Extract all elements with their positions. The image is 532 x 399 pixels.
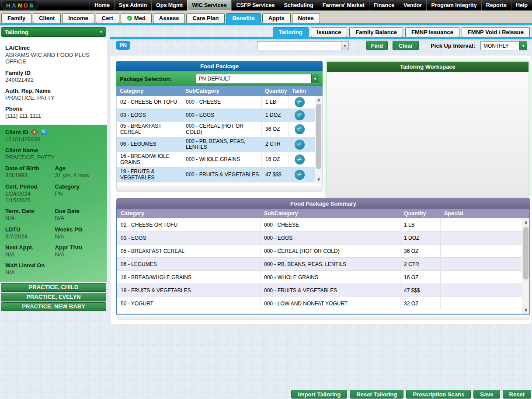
food-package-row[interactable]: 03 - EGGS 000 - EGGS 1 DOZ [117,109,315,122]
client-field-value: 1/24/2024 - 1/15/2025 [5,190,52,204]
cell-quantity: 1 DOZ [400,231,441,244]
top-nav-item[interactable]: WIC Services [187,0,231,10]
category-badge[interactable]: PN [116,41,130,50]
column-header-quantity: Quantity [261,88,289,94]
top-nav-item[interactable]: Reports [481,0,511,10]
benefits-tab[interactable]: Issuance [311,27,348,37]
tailor-scissors-button[interactable] [295,97,305,107]
cell-special [441,297,522,310]
cell-quantity: 1 DOZ [262,109,289,122]
main-tab[interactable]: Med [121,13,152,23]
cell-quantity: 1 LB [262,96,289,108]
pickup-interval-dropdown[interactable]: MONTHLY [480,41,527,50]
module-selector-dropdown[interactable]: Tailoring [1,27,106,37]
summary-row[interactable]: 05 - BREAKFAST CEREAL 000 - CEREAL (HOT … [117,245,522,258]
edit-client-icon[interactable] [41,129,47,135]
scroll-down-icon[interactable] [522,306,529,313]
main-tab[interactable]: Care Plan [186,13,225,23]
client-field-label: Wait Listed On [5,262,102,269]
package-selection-row: Package Selection: PN DEFAULT [116,71,323,86]
main-tab[interactable]: Cert [96,13,119,23]
top-nav-item[interactable]: Finance [369,0,399,10]
scroll-up-icon[interactable] [522,219,529,226]
benefits-tab[interactable]: FMNP Void / Reissue [462,27,530,37]
family-member-button[interactable]: PRACTICE, CHILD [1,283,106,292]
benefits-sub-tabs: TailoringIssuanceFamily BalanceFMNP Issu… [110,27,530,37]
summary-hscrollbar[interactable] [116,315,530,320]
content-container: Food Package Package Selection: PN DEFAU… [110,55,532,325]
top-nav-item[interactable]: Ops Mgmt [151,0,187,10]
client-detail-grid: Date of Birth 3/3/1993 Age 31 yrs, 4 mos… [5,161,102,276]
food-package-scrollbar[interactable] [315,96,322,183]
cell-subcategory: 000 - CEREAL (HOT OR COLD) [182,122,262,137]
tailor-scissors-button[interactable] [295,110,305,120]
tailor-scissors-button[interactable] [295,140,305,150]
summary-row[interactable]: 50 - YOGURT 000 - LOW AND NONFAT YOGURT … [117,297,522,310]
main-tab[interactable]: Benefits [226,13,261,23]
benefits-tab[interactable]: Family Balance [349,27,403,37]
food-package-hscrollbar[interactable] [116,183,323,192]
family-info-panel: LA/Clinic ABRAMS WIC AND FOOD PLUS OFFIC… [0,38,107,125]
top-nav-item[interactable]: CSFP Services [231,0,279,10]
top-nav-item[interactable]: Sys Admin [114,0,151,10]
footer-action-button[interactable]: Reset [503,390,531,399]
tailor-scissors-button[interactable] [295,124,305,134]
cell-special [441,218,522,231]
client-field-value: N/A [5,269,102,276]
cell-subcategory: 000 - PB, BEANS, PEAS, LENTILS [261,258,400,270]
summary-row[interactable]: 19 - FRUITS & VEGETABLES 000 - FRUITS & … [117,284,522,297]
tailoring-workspace-title: Tailoring Workspace [327,62,529,72]
info-field-label: Phone [5,105,102,112]
footer-action-button[interactable]: Prescription Scans [406,390,471,399]
top-nav-item[interactable]: Vendor [399,0,426,10]
scroll-down-icon[interactable] [315,175,322,182]
logo-letter: S [30,2,34,9]
main-tab[interactable]: Notes [292,13,320,23]
food-package-row[interactable]: 19 - FRUITS & VEGETABLES 000 - FRUITS & … [117,168,315,183]
summary-scrollbar[interactable] [522,218,529,314]
summary-row[interactable]: 03 - EGGS 000 - EGGS 1 DOZ [117,231,522,245]
footer-action-button[interactable]: Reset Tailoring [350,390,403,399]
footer-action-button[interactable]: Save [473,390,500,399]
food-package-row[interactable]: 50 - YOGURT 000 - LOW AND NONFAT YOGURT … [117,182,315,183]
food-package-column-headers: Category SubCategory Quantity Tailor [116,86,323,96]
main-tab[interactable]: Family [1,13,31,23]
top-nav-item[interactable]: Farmers' Market [318,0,369,10]
main-tab[interactable]: Assess [153,13,185,23]
food-package-row[interactable]: 06 - LEGUMES 000 - PB, BEANS, PEAS, LENT… [117,137,315,153]
package-selection-dropdown[interactable]: PN DEFAULT [196,74,320,84]
summary-row[interactable]: 16 - BREAD/WHOLE GRAINS 000 - WHOLE GRAI… [117,271,522,284]
main-tab[interactable]: Income [62,13,94,23]
footer-action-button[interactable]: Import Tailoring [291,390,347,399]
med-badge-icon[interactable] [31,129,38,135]
package-search-dropdown[interactable] [257,41,349,50]
benefits-tab[interactable]: Tailoring [273,27,309,37]
food-package-row[interactable]: 05 - BREAKFAST CEREAL 000 - CEREAL (HOT … [117,122,315,137]
main-tab[interactable]: Client [33,13,61,23]
benefits-tab[interactable]: FMNP Issuance [405,27,459,37]
summary-row[interactable]: 06 - LEGUMES 000 - PB, BEANS, PEAS, LENT… [117,258,522,271]
tailor-scissors-button[interactable] [295,170,305,180]
top-nav-item[interactable]: Scheduling [279,0,317,10]
scrollbar-thumb[interactable] [316,104,321,169]
food-package-row[interactable]: 02 - CHEESE OR TOFU 000 - CHEESE 1 LB [117,96,315,109]
tailor-scissors-button[interactable] [295,154,305,164]
food-package-row[interactable]: 16 - BREAD/WHOLE GRAINS 000 - WHOLE GRAI… [117,152,315,168]
main-tab[interactable]: Appts [262,13,291,23]
chevron-down-icon[interactable] [311,74,319,83]
cell-category: 06 - LEGUMES [117,258,261,270]
find-button[interactable]: Find [366,41,388,50]
chevron-down-icon[interactable] [341,42,348,50]
tailoring-workspace-panel: Tailoring Workspace [326,61,529,198]
family-member-button[interactable]: PRACTICE, EVELYN [1,293,106,301]
chevron-down-icon[interactable] [519,42,527,50]
top-nav-item[interactable]: Help [511,0,532,10]
clear-button[interactable]: Clear [393,41,419,50]
top-nav-item[interactable]: Program Integrity [426,0,481,10]
client-field: Weeks PG N/A [55,226,102,240]
summary-row[interactable]: 02 - CHEESE OR TOFU 000 - CHEESE 1 LB [117,218,522,231]
scrollbar-thumb[interactable] [523,227,529,280]
top-nav-item[interactable]: Home [90,0,114,10]
scroll-up-icon[interactable] [315,96,322,103]
family-member-button[interactable]: PRACTICE, NEW BABY [1,302,106,311]
